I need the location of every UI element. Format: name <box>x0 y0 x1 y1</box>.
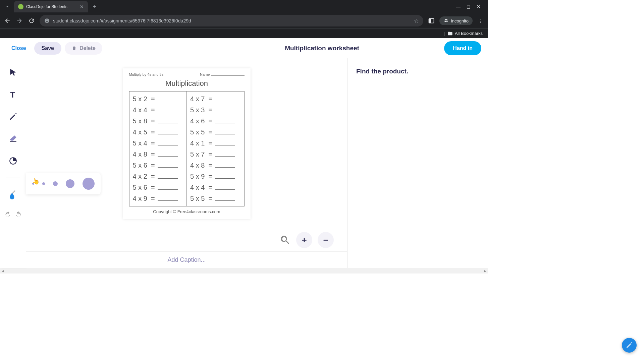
worksheet-copyright: Copyright © Free4classrooms.com <box>129 209 245 214</box>
worksheet-row: 5 x 6 = <box>133 182 183 193</box>
instructions-panel: Find the product. <box>347 58 488 268</box>
worksheet-table: 5 x 2 =4 x 4 =5 x 8 =4 x 5 =5 x 4 =4 x 8… <box>129 91 245 206</box>
worksheet-row: 4 x 6 = <box>190 116 241 127</box>
worksheet-row: 4 x 8 = <box>190 160 241 171</box>
worksheet-row: 4 x 4 = <box>190 182 241 193</box>
tab-search-dropdown[interactable] <box>3 2 12 11</box>
worksheet-row: 5 x 7 = <box>190 149 241 160</box>
worksheet-name-label: Name <box>200 72 210 76</box>
canvas-area: Multiply by 4s and 5s Name Multiplicatio… <box>26 58 347 268</box>
worksheet-row: 5 x 9 = <box>190 171 241 182</box>
tab-title: ClassDojo for Students <box>26 4 77 9</box>
back-button[interactable] <box>3 17 11 25</box>
worksheet-row: 4 x 2 = <box>133 171 183 182</box>
worksheet-row: 5 x 6 = <box>133 160 183 171</box>
site-settings-icon[interactable] <box>44 18 50 23</box>
all-bookmarks-button[interactable]: All Bookmarks <box>455 31 483 36</box>
minimize-button[interactable]: — <box>456 4 461 9</box>
zoom-search-icon[interactable] <box>279 234 291 246</box>
brush-size-xl[interactable] <box>83 178 95 190</box>
bookmarks-bar: | All Bookmarks <box>0 28 488 38</box>
worksheet-row: 5 x 5 = <box>190 127 241 138</box>
zoom-controls: + − <box>279 232 334 248</box>
incognito-badge[interactable]: Incognito <box>439 16 473 25</box>
svg-point-3 <box>446 21 448 22</box>
brush-size-xs[interactable] <box>32 183 34 185</box>
delete-button[interactable]: Delete <box>65 42 102 55</box>
worksheet-row: 4 x 7 = <box>190 94 241 105</box>
undo-button[interactable] <box>4 210 12 218</box>
worksheet-row: 4 x 5 = <box>133 127 183 138</box>
assignment-title: Multiplication worksheet <box>285 45 359 52</box>
worksheet-row: 4 x 8 = <box>133 149 183 160</box>
tab-close-icon[interactable]: ✕ <box>80 4 84 9</box>
toolbox-divider <box>6 178 20 178</box>
canvas-viewport[interactable]: Multiply by 4s and 5s Name Multiplicatio… <box>26 58 347 251</box>
worksheet-row: 4 x 9 = <box>133 193 183 204</box>
trash-icon <box>71 46 77 51</box>
folder-icon <box>447 31 453 36</box>
zoom-out-button[interactable]: − <box>318 232 334 248</box>
text-tool[interactable]: T <box>6 88 20 101</box>
forward-button[interactable] <box>15 17 23 25</box>
worksheet-row: 5 x 3 = <box>190 105 241 116</box>
worksheet-name-blank <box>211 75 245 76</box>
window-controls: — ◻ ✕ <box>456 4 485 9</box>
nav-bar: student.classdojo.com/#/assignments/6597… <box>0 13 488 28</box>
zoom-in-button[interactable]: + <box>296 232 312 248</box>
svg-point-2 <box>445 21 446 22</box>
brush-size-md[interactable] <box>53 181 58 186</box>
app-header: Close Save Delete Multiplication workshe… <box>0 38 488 58</box>
worksheet-row: 4 x 4 = <box>133 105 183 116</box>
bookmark-star-icon[interactable]: ☆ <box>414 18 419 24</box>
svg-rect-1 <box>429 18 431 23</box>
url-bar[interactable]: student.classdojo.com/#/assignments/6597… <box>40 15 423 26</box>
panel-icon[interactable] <box>427 17 435 25</box>
worksheet-instruction: Multiply by 4s and 5s <box>129 72 164 76</box>
close-button[interactable]: Close <box>7 43 31 54</box>
color-picker-tool[interactable] <box>6 188 20 201</box>
worksheet-row: 5 x 8 = <box>133 116 183 127</box>
classdojo-favicon <box>18 4 23 9</box>
svg-text:T: T <box>10 90 15 99</box>
toolbox: T <box>0 58 26 268</box>
svg-rect-5 <box>10 141 16 142</box>
kebab-menu[interactable]: ⋮ <box>477 17 485 25</box>
eraser-tool[interactable] <box>6 132 20 145</box>
worksheet-image: Multiply by 4s and 5s Name Multiplicatio… <box>123 68 251 219</box>
close-window-button[interactable]: ✕ <box>477 4 481 9</box>
reload-button[interactable] <box>28 17 36 25</box>
tab-bar: ClassDojo for Students ✕ + — ◻ ✕ <box>0 0 488 13</box>
worksheet-row: 4 x 1 = <box>190 138 241 149</box>
worksheet-row: 5 x 4 = <box>133 138 183 149</box>
url-text: student.classdojo.com/#/assignments/6597… <box>53 18 191 23</box>
main-area: T 👆 <box>0 58 488 268</box>
shape-tool[interactable] <box>6 154 20 168</box>
redo-button[interactable] <box>14 210 22 218</box>
hand-in-button[interactable]: Hand in <box>444 41 481 55</box>
worksheet-title: Multiplication <box>129 79 245 88</box>
pen-tool[interactable] <box>6 110 20 123</box>
new-tab-button[interactable]: + <box>90 2 99 11</box>
worksheet-row: 5 x 2 = <box>133 94 183 105</box>
browser-chrome: ClassDojo for Students ✕ + — ◻ ✕ student… <box>0 0 488 38</box>
instruction-text: Find the product. <box>356 68 479 75</box>
brush-size-sm[interactable] <box>42 182 45 185</box>
worksheet-row: 5 x 5 = <box>190 193 241 204</box>
brush-size-lg[interactable] <box>66 179 74 188</box>
brush-size-flyout <box>26 173 101 194</box>
maximize-button[interactable]: ◻ <box>467 4 471 9</box>
horizontal-scrollbar[interactable]: ◄► <box>0 268 488 274</box>
browser-tab[interactable]: ClassDojo for Students ✕ <box>14 1 88 12</box>
save-button[interactable]: Save <box>34 42 61 55</box>
pointer-tool[interactable] <box>6 66 20 79</box>
incognito-icon <box>443 18 449 23</box>
caption-input[interactable]: Add Caption... <box>26 251 347 268</box>
